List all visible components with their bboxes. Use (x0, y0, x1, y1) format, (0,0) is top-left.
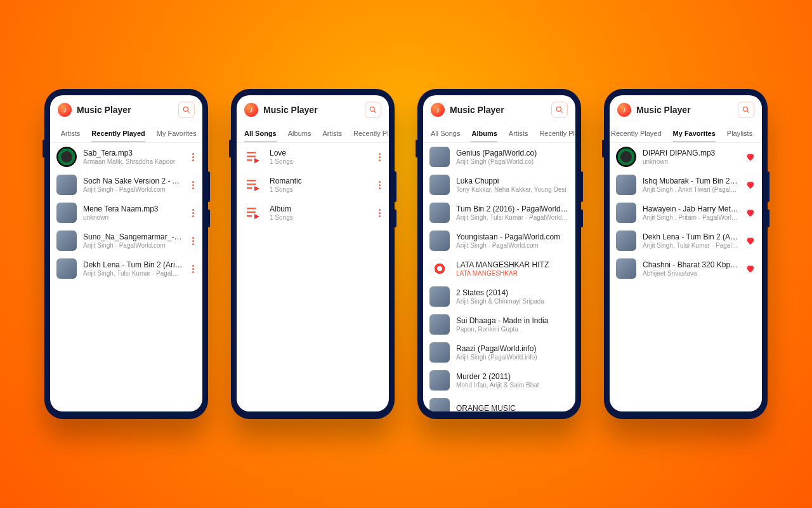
list-item[interactable]: Dekh Lena - Tum Bin 2 (Arijit Sing...Ari… (50, 255, 202, 283)
playlist-list[interactable]: Love1 SongsRomantic1 SongsAlbum1 Songs (237, 143, 389, 411)
thumbnail (616, 147, 636, 167)
list-item[interactable]: Tum Bin 2 (2016) - PagalWorld.comArijit … (423, 199, 575, 227)
list-item[interactable]: Sui Dhaaga - Made in IndiaPapon, Ronkini… (423, 311, 575, 338)
list-item[interactable]: LATA MANGESHKAR HITZLATA MANGESHKAR (423, 255, 575, 283)
favorites-list[interactable]: DIPARI DIPANG.mp3unknownIshq Mubarak - T… (610, 143, 762, 411)
item-title: Genius (PagalWorld.co) (456, 149, 569, 157)
list-item[interactable]: Dekh Lena - Tum Bin 2 (Arijit Sing...Ari… (610, 227, 762, 255)
playlist-icon (243, 203, 263, 223)
item-subtitle: Arijit Singh - PagalWorld.com (83, 186, 183, 193)
item-title: 2 States (2014) (456, 288, 569, 297)
heart-icon[interactable] (745, 208, 756, 218)
item-subtitle: Arijit Singh (PagalWorld.info) (456, 354, 569, 361)
item-title: Ishq Mubarak - Tum Bin 2 (Arijit Si... (643, 177, 739, 185)
list-item[interactable]: Romantic1 Songs (237, 171, 389, 199)
search-icon (369, 105, 377, 114)
tab-my-favorites[interactable]: My Favorites (673, 126, 716, 142)
tab-artists[interactable]: Artists (61, 126, 81, 142)
list-item[interactable]: 2 States (2014)Arijit Singh & Chinmayi S… (423, 283, 575, 311)
app-header: Music Player (50, 95, 202, 123)
list-item[interactable]: Album1 Songs (237, 199, 389, 227)
more-button[interactable] (190, 209, 196, 217)
app-title: Music Player (636, 105, 738, 115)
search-button[interactable] (738, 102, 754, 118)
heart-icon[interactable] (745, 152, 756, 162)
tab-albums[interactable]: Albums (288, 126, 311, 142)
item-title: Raazi (PagalWorld.info) (456, 344, 569, 353)
list-item[interactable]: Ishq Mubarak - Tum Bin 2 (Arijit Si...Ar… (610, 171, 762, 199)
phone-albums: Music Player All Songs Albums Artists Re… (417, 89, 581, 419)
tabs-bar[interactable]: All Songs Albums Artists Recently Playe (237, 123, 389, 143)
app-title: Music Player (450, 105, 551, 115)
list-item[interactable]: Raazi (PagalWorld.info)Arijit Singh (Pag… (423, 338, 575, 366)
list-item[interactable]: Sab_Tera.mp3Armaan Malik, Shraddha Kapoo… (50, 143, 202, 171)
list-item[interactable]: ORANGE MUSIC (423, 394, 575, 411)
tab-all-songs[interactable]: All Songs (431, 126, 460, 142)
phone-favorites: Music Player sts Recently Played My Favo… (604, 89, 768, 419)
item-title: Album (270, 204, 370, 213)
svg-rect-9 (247, 187, 252, 189)
more-button[interactable] (376, 181, 383, 189)
item-subtitle: 1 Songs (270, 214, 370, 221)
svg-line-1 (188, 111, 190, 113)
item-subtitle: Armaan Malik, Shraddha Kapoor (83, 158, 183, 165)
more-button[interactable] (376, 209, 383, 217)
tab-recently-played[interactable]: Recently Playe (539, 126, 575, 142)
tab-recently-played[interactable]: Recently Played (611, 126, 662, 142)
album-list[interactable]: Genius (PagalWorld.co)Arijit Singh (Paga… (423, 143, 575, 411)
list-item[interactable]: Soch Na Sake Version 2 - Airlift (A...Ar… (50, 171, 202, 199)
search-button[interactable] (551, 102, 568, 118)
phone-all-songs: Music Player All Songs Albums Artists Re… (231, 89, 395, 419)
heart-icon[interactable] (745, 180, 756, 190)
thumbnail (429, 258, 450, 279)
thumbnail (429, 314, 450, 335)
heart-icon[interactable] (745, 236, 756, 246)
thumbnail (429, 370, 450, 391)
tab-recently-played[interactable]: Recently Played (91, 126, 145, 142)
item-subtitle: Arijit Singh, Tulsi Kumar - PagalWorld.c… (456, 214, 569, 221)
item-title: Luka Chuppi (456, 177, 569, 185)
list-item[interactable]: Love1 Songs (237, 143, 389, 171)
list-item[interactable]: Chashni - Bharat 320 Kbps.mp3Abhijeet Sr… (610, 255, 762, 283)
list-item[interactable]: Mene Tera Naam.mp3unknown (50, 199, 202, 227)
more-button[interactable] (190, 265, 196, 273)
tabs-bar[interactable]: All Songs Albums Artists Recently Playe (423, 123, 575, 143)
search-button[interactable] (178, 102, 195, 118)
item-subtitle: Papon, Ronkini Gupta (456, 326, 569, 333)
item-title: Tum Bin 2 (2016) - PagalWorld.com (456, 204, 569, 213)
list-item[interactable]: Murder 2 (2011)Mohd Irfan, Arijit & Saim… (423, 366, 575, 394)
heart-icon[interactable] (745, 264, 756, 274)
search-button[interactable] (365, 102, 381, 118)
more-button[interactable] (190, 237, 196, 245)
tab-my-favorites[interactable]: My Favorites (157, 126, 197, 142)
item-title: Dekh Lena - Tum Bin 2 (Arijit Sing... (83, 260, 183, 269)
list-item[interactable]: Luka ChuppiTony Kakkar, Neha Kakkar, You… (423, 171, 575, 199)
tabs-bar[interactable]: ums Artists Recently Played My Favorites (50, 123, 202, 143)
more-button[interactable] (190, 181, 196, 189)
more-button[interactable] (376, 153, 383, 161)
app-logo-icon (617, 103, 631, 117)
tab-playlists[interactable]: Playlists (727, 126, 752, 142)
item-subtitle: Arijit Singh (PagalWorld.co) (456, 158, 569, 165)
svg-line-14 (561, 111, 563, 113)
item-subtitle: Abhijeet Srivastava (643, 270, 739, 277)
tabs-bar[interactable]: sts Recently Played My Favorites Playlis… (610, 123, 762, 143)
list-item[interactable]: Genius (PagalWorld.co)Arijit Singh (Paga… (423, 143, 575, 171)
list-item[interactable]: Suno_Na_Sangemarmar_-_Pag...Arijit Singh… (50, 227, 202, 255)
tab-artists[interactable]: Artists (322, 126, 342, 142)
list-item[interactable]: DIPARI DIPANG.mp3unknown (610, 143, 762, 171)
song-list[interactable]: Sab_Tera.mp3Armaan Malik, Shraddha Kapoo… (50, 143, 202, 411)
item-subtitle: Arijit Singh, Tulsi Kumar - PagalWorld.c… (643, 242, 739, 249)
tab-artists[interactable]: Artists (509, 126, 528, 142)
tab-recently-played[interactable]: Recently Playe (353, 126, 389, 142)
tab-albums[interactable]: Albums (471, 126, 497, 142)
svg-rect-8 (247, 184, 256, 185)
thumbnail (429, 203, 450, 223)
list-item[interactable]: Hawayein - Jab Harry Met Sejal (...Ariji… (610, 199, 762, 227)
list-item[interactable]: Youngistaan - PagalWorld.comArijit Singh… (423, 227, 575, 255)
tab-all-songs[interactable]: All Songs (244, 126, 277, 142)
phone-recently-played: Music Player ums Artists Recently Played… (44, 89, 208, 419)
thumbnail (429, 286, 450, 307)
item-subtitle: unknown (643, 158, 739, 165)
more-button[interactable] (190, 153, 196, 161)
